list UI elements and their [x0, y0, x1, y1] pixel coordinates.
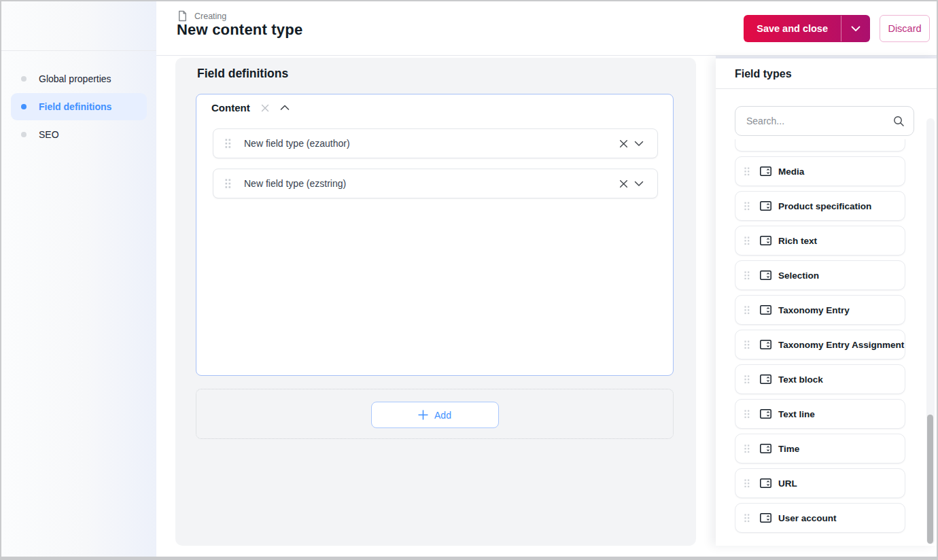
- breadcrumb: Creating: [177, 10, 226, 22]
- chevron-down-icon: [634, 141, 644, 147]
- drag-handle-icon: [744, 306, 750, 315]
- add-group-label: Add: [434, 410, 451, 421]
- expand-field-button[interactable]: [634, 141, 644, 147]
- sidebar-item-seo[interactable]: SEO: [11, 121, 147, 148]
- field-type-icon: [760, 444, 771, 453]
- drag-handle-icon: [744, 444, 750, 453]
- drag-handle-icon: [744, 340, 750, 349]
- drag-handle-icon: [744, 202, 750, 211]
- sidebar-divider: [1, 50, 156, 51]
- field-type-icon: [760, 270, 771, 280]
- field-type-icon: [760, 340, 771, 349]
- window-frame: Global properties Field definitions SEO …: [0, 0, 938, 560]
- field-group-title: Content: [211, 102, 250, 113]
- remove-group-button[interactable]: [260, 103, 270, 113]
- field-type-item-taxonomy-entry[interactable]: Taxonomy Entry: [735, 295, 905, 325]
- close-icon: [619, 139, 629, 149]
- field-group-content: Content: [196, 94, 674, 376]
- field-type-item-text-block[interactable]: Text block: [735, 364, 905, 394]
- field-definitions-panel: Field definitions Content: [175, 58, 696, 546]
- add-group-dropzone: Add: [196, 389, 674, 439]
- nav-bullet-icon: [21, 104, 27, 109]
- nav-bullet-icon: [21, 132, 27, 137]
- sidebar-item-label: Field definitions: [39, 101, 111, 112]
- field-type-item-url[interactable]: URL: [735, 468, 905, 498]
- drag-handle-icon[interactable]: [225, 139, 231, 149]
- field-type-label: Media: [778, 167, 804, 177]
- sidebar-item-label: Global properties: [39, 73, 111, 84]
- scrollbar-thumb[interactable]: [927, 415, 933, 544]
- search-placeholder: Search...: [746, 116, 892, 126]
- field-type-label: URL: [778, 478, 797, 489]
- page-title: New content type: [177, 21, 302, 39]
- drag-handle-icon: [744, 237, 750, 245]
- field-type-item-product-specification[interactable]: Product specification: [735, 191, 905, 221]
- add-group-button[interactable]: Add: [371, 402, 499, 428]
- field-type-label: Selection: [778, 270, 819, 281]
- page-header: Creating New content type Save and close…: [156, 1, 937, 56]
- field-types-list: Media Product specification Rich text: [735, 139, 905, 542]
- field-definition-row[interactable]: New field type (ezstring): [213, 169, 658, 198]
- sidebar-item-global-properties[interactable]: Global properties: [11, 65, 147, 92]
- field-type-icon: [760, 201, 771, 211]
- field-type-item-time[interactable]: Time: [735, 434, 905, 463]
- chevron-down-icon: [851, 26, 861, 32]
- field-type-label: Taxonomy Entry Assignment: [778, 340, 904, 350]
- sidebar-item-field-definitions[interactable]: Field definitions: [11, 93, 147, 120]
- drag-handle-icon: [744, 479, 750, 488]
- field-type-item-media[interactable]: Media: [735, 156, 905, 186]
- search-icon: [892, 115, 905, 127]
- field-type-item-text-line[interactable]: Text line: [735, 399, 905, 429]
- app-page: Global properties Field definitions SEO …: [1, 1, 937, 557]
- field-definition-label: New field type (ezstring): [244, 178, 346, 189]
- field-types-panel: Field types Search... Media: [716, 58, 937, 546]
- plus-icon: [418, 410, 428, 420]
- field-type-label: Text block: [778, 374, 823, 385]
- drag-handle-icon: [744, 514, 750, 523]
- field-type-icon: [760, 409, 771, 419]
- drag-handle-icon: [744, 271, 750, 280]
- remove-field-button[interactable]: [619, 139, 629, 149]
- field-type-label: Product specification: [778, 201, 871, 211]
- drag-handle-icon[interactable]: [225, 179, 231, 189]
- document-icon: [177, 10, 188, 22]
- field-group-header: Content: [211, 102, 290, 113]
- drag-handle-icon: [744, 410, 750, 419]
- field-type-item-user-account[interactable]: User account: [735, 503, 905, 533]
- field-type-icon: [760, 478, 771, 488]
- collapse-group-button[interactable]: [280, 105, 290, 111]
- field-type-label: Rich text: [778, 236, 817, 246]
- save-split-button: Save and close: [744, 15, 870, 42]
- field-types-heading: Field types: [716, 58, 937, 89]
- field-type-icon: [760, 305, 771, 315]
- expand-field-button[interactable]: [634, 181, 644, 187]
- field-type-icon: [760, 513, 771, 523]
- save-options-dropdown-button[interactable]: [841, 15, 870, 42]
- save-and-close-button[interactable]: Save and close: [744, 15, 841, 42]
- field-type-item-selection[interactable]: Selection: [735, 260, 905, 290]
- anchor-nav: Global properties Field definitions SEO: [1, 65, 156, 149]
- nav-bullet-icon: [21, 76, 27, 82]
- field-type-item-taxonomy-entry-assignment[interactable]: Taxonomy Entry Assignment: [735, 330, 905, 360]
- close-icon: [260, 103, 270, 113]
- field-definition-row[interactable]: New field type (ezauthor): [213, 128, 658, 158]
- field-types-search-input[interactable]: Search...: [735, 106, 914, 136]
- field-definition-label: New field type (ezauthor): [244, 138, 350, 149]
- close-icon: [619, 179, 629, 189]
- field-type-label: Time: [778, 444, 799, 454]
- field-type-icon: [760, 236, 771, 245]
- drag-handle-icon: [744, 167, 750, 176]
- remove-field-button[interactable]: [619, 179, 629, 189]
- chevron-up-icon: [280, 105, 290, 111]
- anchor-sidebar: Global properties Field definitions SEO: [1, 1, 156, 557]
- chevron-down-icon: [634, 181, 644, 187]
- field-type-label: User account: [778, 513, 837, 523]
- header-actions: Save and close Discard: [744, 15, 930, 42]
- breadcrumb-label: Creating: [194, 12, 226, 21]
- discard-button[interactable]: Discard: [880, 15, 930, 42]
- field-type-item-partial[interactable]: [735, 139, 905, 152]
- field-type-item-rich-text[interactable]: Rich text: [735, 226, 905, 256]
- drag-handle-icon: [744, 375, 750, 384]
- field-type-icon: [760, 167, 771, 176]
- field-type-label: Taxonomy Entry: [778, 305, 850, 315]
